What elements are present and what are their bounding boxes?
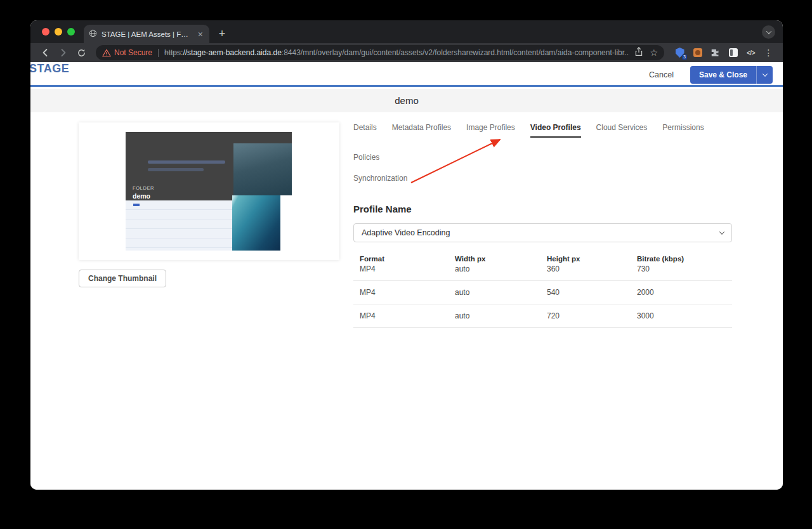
cell-width: auto xyxy=(455,264,547,273)
bookmark-star-icon[interactable]: ☆ xyxy=(650,48,658,58)
devtools-code-icon[interactable]: </> xyxy=(745,48,756,58)
orange-extension-icon[interactable] xyxy=(692,48,703,58)
brand-logo: STAGE xyxy=(30,62,69,75)
folder-title: demo xyxy=(395,95,419,106)
properties-panel: Details Metadata Profiles Image Profiles… xyxy=(353,123,732,328)
cell-width: auto xyxy=(455,311,547,320)
omnibox-divider xyxy=(158,49,159,57)
col-format: Format xyxy=(360,255,455,263)
thumbnail-faint-text-line xyxy=(148,160,225,164)
change-thumbnail-button[interactable]: Change Thumbnail xyxy=(79,270,166,287)
puzzle-extensions-icon[interactable] xyxy=(710,48,721,58)
cancel-button[interactable]: Cancel xyxy=(649,70,674,79)
tab-close-icon[interactable]: × xyxy=(197,30,204,39)
back-button[interactable] xyxy=(37,45,53,60)
properties-tabs-row1: Details Metadata Profiles Image Profiles… xyxy=(353,123,732,166)
cell-height: 720 xyxy=(547,311,637,320)
profile-select[interactable]: Adaptive Video Encoding xyxy=(353,223,732,242)
tab-list-chevron-button[interactable] xyxy=(762,25,775,39)
thumbnail-list-panel xyxy=(126,200,232,251)
url-scheme: https xyxy=(164,48,181,57)
shield-extension-icon[interactable]: 3 xyxy=(674,48,685,58)
folder-titlebar: demo xyxy=(30,89,783,112)
address-bar-row: Not Secure https://stage-aem-backend.aid… xyxy=(30,43,783,62)
table-row: MP4 auto 720 3000 xyxy=(353,304,732,328)
url-host: ://stage-aem-backend.aida.de xyxy=(181,48,282,57)
thumbnail-white-corner xyxy=(280,195,292,251)
forward-button[interactable] xyxy=(55,45,71,60)
save-close-button[interactable]: Save & Close xyxy=(690,66,756,84)
tab-bar: STAGE | AEM Assets | Folder P × + xyxy=(30,20,783,43)
tab-policies[interactable]: Policies xyxy=(353,153,379,166)
screen: STAGE | AEM Assets | Folder P × + Not Se… xyxy=(0,0,812,529)
col-width: Width px xyxy=(455,255,547,263)
address-bar[interactable]: Not Secure https://stage-aem-backend.aid… xyxy=(96,45,664,60)
col-bitrate: Bitrate (kbps) xyxy=(637,255,732,263)
tab-synchronization[interactable]: Synchronization xyxy=(353,174,407,187)
video-profiles-table: Format Width px Height px Bitrate (kbps)… xyxy=(353,250,732,328)
thumbnail-blue-dash xyxy=(133,204,140,206)
thumbnail-faint-text-line xyxy=(148,168,204,171)
cell-height: 360 xyxy=(547,264,637,273)
chevron-down-icon xyxy=(762,71,767,76)
page: STAGE Cancel Save & Close demo xyxy=(30,62,783,490)
page-header: STAGE Cancel Save & Close xyxy=(30,62,783,87)
save-close-split-button: Save & Close xyxy=(690,66,773,84)
cell-width: auto xyxy=(455,288,547,297)
tab-metadata-profiles[interactable]: Metadata Profiles xyxy=(392,123,451,138)
folder-thumbnail-image[interactable]: FOLDER demo xyxy=(126,132,292,251)
cell-format: MP4 xyxy=(360,264,455,273)
table-row: MP4 auto 540 2000 xyxy=(353,281,732,304)
thumbnail-folder-kind-label: FOLDER xyxy=(133,185,154,191)
browser-window: STAGE | AEM Assets | Folder P × + Not Se… xyxy=(30,20,783,490)
tab-title: STAGE | AEM Assets | Folder P xyxy=(102,30,192,38)
cell-format: MP4 xyxy=(360,311,455,320)
not-secure-warning[interactable]: Not Secure xyxy=(102,48,152,57)
chevron-down-icon xyxy=(766,29,771,34)
profile-name-heading: Profile Name xyxy=(353,204,732,214)
warning-triangle-icon xyxy=(102,49,111,57)
thumbnail-folder-name: demo xyxy=(133,192,150,200)
window-close-button[interactable] xyxy=(42,28,49,36)
url-text: https://stage-aem-backend.aida.de:8443/m… xyxy=(164,48,629,57)
cell-bitrate: 3000 xyxy=(637,311,732,320)
extensions-row: 3 </> ⋮ xyxy=(671,48,776,58)
globe-icon xyxy=(89,29,97,39)
tab-permissions[interactable]: Permissions xyxy=(662,123,704,138)
new-tab-button[interactable]: + xyxy=(213,25,231,42)
window-minimize-button[interactable] xyxy=(55,28,62,36)
cell-bitrate: 2000 xyxy=(637,288,732,297)
table-row: MP4 auto 360 730 xyxy=(353,263,732,281)
profile-select-value: Adaptive Video Encoding xyxy=(362,228,720,237)
tab-details[interactable]: Details xyxy=(353,123,377,138)
thumbnail-card: FOLDER demo xyxy=(79,122,339,260)
cell-height: 540 xyxy=(547,288,637,297)
browser-menu-kebab-icon[interactable]: ⋮ xyxy=(763,48,774,58)
shield-badge: 3 xyxy=(682,55,687,60)
save-close-dropdown-button[interactable] xyxy=(756,66,773,84)
properties-tabs-row2: Synchronization xyxy=(353,174,732,187)
tab-image-profiles[interactable]: Image Profiles xyxy=(466,123,515,138)
url-path: :8443/mnt/overlay/dam/gui/content/assets… xyxy=(282,48,630,57)
tab-cloud-services[interactable]: Cloud Services xyxy=(596,123,648,138)
window-zoom-button[interactable] xyxy=(67,28,75,36)
chevron-down-icon xyxy=(719,229,724,234)
tab-video-profiles[interactable]: Video Profiles xyxy=(530,123,581,138)
table-header-row: Format Width px Height px Bitrate (kbps) xyxy=(353,250,732,263)
cell-bitrate: 730 xyxy=(637,264,732,273)
col-height: Height px xyxy=(547,255,637,263)
not-secure-label: Not Secure xyxy=(114,48,152,57)
thumbnail-ocean-bottom xyxy=(232,195,280,251)
browser-tab-active[interactable]: STAGE | AEM Assets | Folder P × xyxy=(84,25,209,43)
cell-format: MP4 xyxy=(360,288,455,297)
sidebar-extension-icon[interactable] xyxy=(728,48,738,58)
thumbnail-ocean-top xyxy=(233,143,292,195)
refresh-button[interactable] xyxy=(74,45,89,60)
share-icon[interactable] xyxy=(634,47,643,59)
traffic-lights xyxy=(30,20,84,43)
